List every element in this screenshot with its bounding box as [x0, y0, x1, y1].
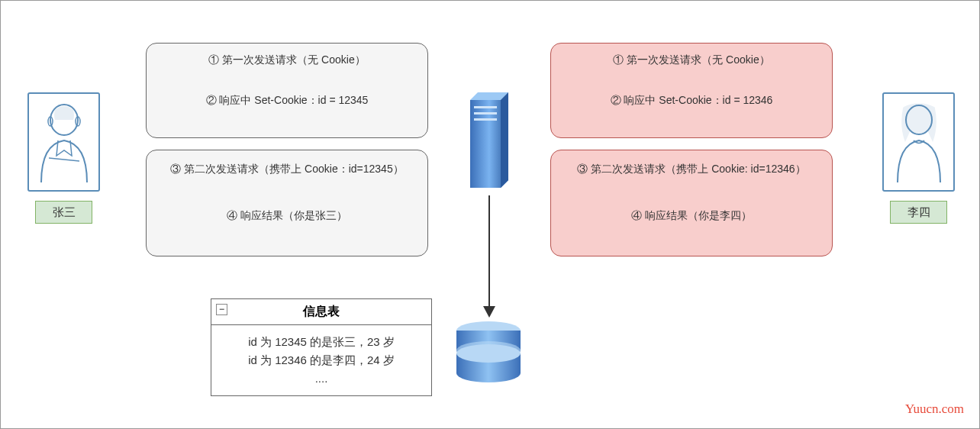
watermark-text: Yuucn.com — [905, 402, 964, 417]
person-male-icon — [34, 98, 95, 186]
info-row-1: id 为 12345 的是张三，23 岁 — [227, 333, 416, 351]
right-box1-line2: ② 响应中 Set-Cookie：id = 12346 — [559, 93, 824, 107]
info-table-header: − 信息表 — [211, 299, 431, 325]
info-row-2: id 为 12346 的是李四，24 岁 — [227, 351, 416, 369]
arrow-left-icon — [565, 74, 824, 76]
avatar-left — [27, 92, 100, 192]
svg-point-28 — [456, 344, 521, 363]
arrow-right-icon — [160, 184, 420, 185]
arrow-right-icon — [565, 231, 824, 232]
arrow-right-icon — [160, 74, 420, 76]
left-box2-line1: ③ 第二次发送请求（携带上 Cookie：id=12345） — [154, 162, 420, 176]
arrow-left-icon — [565, 184, 824, 185]
right-user-name: 李四 — [907, 205, 930, 220]
arrow-left-icon — [160, 231, 420, 232]
left-box1-line1: ① 第一次发送请求（无 Cookie） — [154, 53, 420, 66]
right-box2-line2: ④ 响应结果（你是李四） — [559, 208, 824, 222]
arrow-right-icon — [565, 115, 824, 116]
arrow-down-icon — [480, 195, 498, 264]
right-box1-line1: ① 第一次发送请求（无 Cookie） — [559, 53, 824, 66]
diagram-canvas: 张三 李四 ① 第一次发送请求（无 Cookie） ② 响应中 Set-Cook… — [0, 0, 980, 429]
left-user-name: 张三 — [53, 205, 76, 220]
right-msg-box-1: ① 第一次发送请求（无 Cookie） ② 响应中 Set-Cookie：id … — [550, 43, 833, 138]
left-box1-line2: ② 响应中 Set-Cookie：id = 12345 — [154, 93, 420, 107]
info-table-title: 信息表 — [303, 305, 340, 318]
collapse-icon[interactable]: − — [216, 304, 227, 315]
name-label-right: 李四 — [890, 201, 947, 224]
left-msg-box-1: ① 第一次发送请求（无 Cookie） ② 响应中 Set-Cookie：id … — [146, 43, 428, 138]
avatar-right — [882, 92, 955, 192]
svg-rect-23 — [474, 118, 497, 121]
svg-rect-22 — [474, 112, 497, 115]
person-female-icon — [888, 98, 949, 186]
svg-rect-21 — [474, 106, 497, 108]
left-box2-line2: ④ 响应结果（你是张三） — [154, 208, 420, 222]
right-box2-line1: ③ 第二次发送请求（携带上 Cookie: id=12346） — [559, 162, 824, 176]
name-label-left: 张三 — [35, 201, 92, 224]
arrow-left-icon — [160, 115, 420, 116]
info-table-card: − 信息表 id 为 12345 的是张三，23 岁 id 为 12346 的是… — [211, 298, 432, 396]
info-table-body: id 为 12345 的是张三，23 岁 id 为 12346 的是李四，24 … — [211, 325, 431, 395]
server-icon — [466, 92, 512, 192]
svg-marker-25 — [483, 306, 495, 318]
svg-line-3 — [49, 158, 79, 161]
info-row-3: .... — [227, 369, 416, 388]
right-msg-box-2: ③ 第二次发送请求（携带上 Cookie: id=12346） ④ 响应结果（你… — [550, 150, 833, 256]
left-msg-box-2: ③ 第二次发送请求（携带上 Cookie：id=12345） ④ 响应结果（你是… — [146, 150, 428, 256]
database-icon — [453, 320, 525, 392]
